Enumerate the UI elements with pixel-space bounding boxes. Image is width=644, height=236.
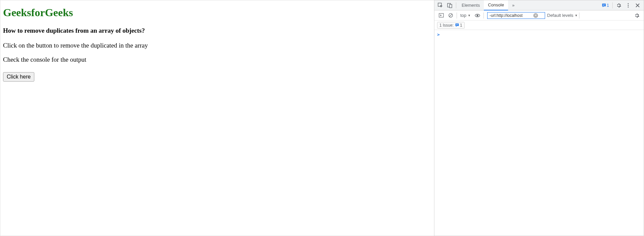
svg-point-7 xyxy=(628,6,629,7)
issues-chip[interactable]: 1 Issue: 1 xyxy=(437,22,465,29)
separator xyxy=(456,2,456,8)
devtools-panel: Elements Console » 1 top ▼ xyxy=(434,0,644,236)
separator xyxy=(612,2,613,8)
tab-elements[interactable]: Elements xyxy=(458,0,484,10)
close-icon[interactable] xyxy=(634,1,642,9)
console-body[interactable]: > xyxy=(434,30,644,236)
log-levels-selector[interactable]: Default levels ▼ xyxy=(547,13,578,18)
live-expression-icon[interactable] xyxy=(473,11,481,20)
tab-more[interactable]: » xyxy=(508,0,518,10)
context-selector[interactable]: top ▼ xyxy=(458,13,473,18)
page-subtitle: How to remove duplicates from an array o… xyxy=(3,27,431,34)
inspect-element-icon[interactable] xyxy=(436,1,444,9)
page-para-1: Click on the button to remove the duplic… xyxy=(3,42,431,49)
separator xyxy=(457,12,457,19)
issues-label: 1 Issue: xyxy=(439,23,454,28)
message-icon xyxy=(455,23,459,27)
separator xyxy=(579,12,579,19)
page-title: GeeksforGeeks xyxy=(3,6,431,19)
tab-console[interactable]: Console xyxy=(484,0,508,10)
levels-label: Default levels xyxy=(547,13,573,18)
svg-rect-12 xyxy=(456,24,458,25)
svg-rect-13 xyxy=(456,25,458,25)
message-icon xyxy=(602,3,606,8)
svg-point-6 xyxy=(628,5,629,6)
svg-point-5 xyxy=(628,3,629,4)
svg-rect-3 xyxy=(603,4,605,5)
more-options-icon[interactable] xyxy=(624,1,632,9)
filter-input[interactable] xyxy=(490,13,533,18)
settings-icon[interactable] xyxy=(615,1,623,9)
click-here-button[interactable]: Click here xyxy=(3,72,34,82)
svg-rect-2 xyxy=(450,4,452,8)
chevron-down-icon: ▼ xyxy=(575,14,578,17)
devtools-tabs: Elements Console » 1 xyxy=(434,0,644,10)
console-prompt: > xyxy=(437,32,440,37)
page-para-2: Check the console for the output xyxy=(3,56,431,63)
page-content: GeeksforGeeks How to remove duplicates f… xyxy=(0,0,434,236)
clear-filter-icon[interactable]: ✕ xyxy=(533,13,538,18)
clear-console-icon[interactable] xyxy=(446,11,455,20)
message-badge[interactable]: 1 xyxy=(602,3,609,8)
chevron-down-icon: ▼ xyxy=(468,14,471,17)
separator xyxy=(484,12,484,19)
issues-count: 1 xyxy=(460,23,462,28)
console-toolbar: top ▼ ✕ Default levels ▼ xyxy=(434,10,644,21)
issues-bar: 1 Issue: 1 xyxy=(434,21,644,30)
device-toggle-icon[interactable] xyxy=(446,1,454,9)
message-count: 1 xyxy=(607,3,609,8)
toggle-sidebar-icon[interactable] xyxy=(437,11,445,20)
filter-box[interactable]: ✕ xyxy=(487,12,545,19)
svg-rect-4 xyxy=(603,5,605,5)
console-settings-icon[interactable] xyxy=(633,11,641,20)
context-label: top xyxy=(460,13,466,18)
svg-point-11 xyxy=(477,14,478,16)
